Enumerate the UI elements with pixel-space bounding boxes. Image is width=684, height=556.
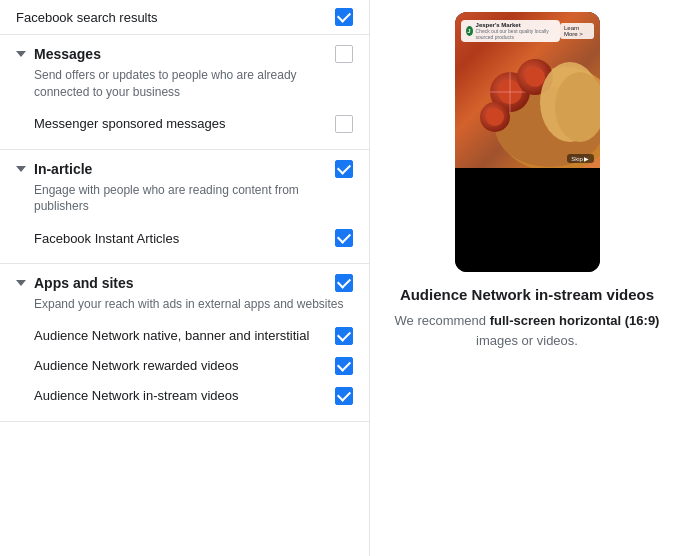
apps-and-sites-section-checkbox[interactable] xyxy=(335,274,353,292)
apps-and-sites-section-header: Apps and sites xyxy=(16,274,353,292)
apps-and-sites-section-title: Apps and sites xyxy=(34,275,134,291)
food-image: J Jesper's Market Check out our best qua… xyxy=(455,12,600,168)
apps-and-sites-section: Apps and sites Expand your reach with ad… xyxy=(0,264,369,422)
apps-and-sites-chevron-icon[interactable] xyxy=(16,280,26,286)
facebook-instant-articles-item: Facebook Instant Articles xyxy=(16,223,353,253)
apps-and-sites-section-header-left: Apps and sites xyxy=(16,275,134,291)
brand-name-preview: Jesper's Market Check out our best quali… xyxy=(476,22,555,40)
messages-section-checkbox[interactable] xyxy=(335,45,353,63)
placement-list: Facebook search results Messages Send of… xyxy=(0,0,370,556)
preview-section-title: Audience Network in-stream videos xyxy=(400,286,654,303)
apps-and-sites-section-desc: Expand your reach with ads in external a… xyxy=(34,296,353,313)
preview-panel: J Jesper's Market Check out our best qua… xyxy=(370,0,684,556)
facebook-instant-articles-label: Facebook Instant Articles xyxy=(34,231,179,246)
in-article-chevron-icon[interactable] xyxy=(16,166,26,172)
messages-section-header-left: Messages xyxy=(16,46,101,62)
preview-desc-end: images or videos. xyxy=(476,333,578,348)
preview-description: We recommend full-screen horizontal (16:… xyxy=(386,311,668,350)
audience-network-instream-label: Audience Network in-stream videos xyxy=(34,388,238,403)
audience-network-instream-item: Audience Network in-stream videos xyxy=(16,381,353,411)
messages-section-title: Messages xyxy=(34,46,101,62)
in-article-section-title: In-article xyxy=(34,161,92,177)
video-black-area xyxy=(455,168,600,272)
audience-network-native-label: Audience Network native, banner and inte… xyxy=(34,328,309,343)
facebook-search-results-checkbox[interactable] xyxy=(335,8,353,26)
facebook-instant-articles-checkbox[interactable] xyxy=(335,229,353,247)
brand-icon: J xyxy=(466,26,473,36)
phone-preview: J Jesper's Market Check out our best qua… xyxy=(455,12,600,272)
audience-network-native-item: Audience Network native, banner and inte… xyxy=(16,321,353,351)
messenger-sponsored-messages-checkbox[interactable] xyxy=(335,115,353,133)
skip-button-preview[interactable]: Skip ▶ xyxy=(567,154,593,163)
learn-more-button-preview[interactable]: Learn More > xyxy=(560,23,594,39)
in-article-section-header-left: In-article xyxy=(16,161,92,177)
audience-network-rewarded-item: Audience Network rewarded videos xyxy=(16,351,353,381)
preview-overlay: J Jesper's Market Check out our best qua… xyxy=(461,20,594,42)
messenger-sponsored-messages-label: Messenger sponsored messages xyxy=(34,116,226,131)
svg-point-10 xyxy=(486,108,504,126)
facebook-search-results-item: Facebook search results xyxy=(0,0,369,35)
in-article-section-checkbox[interactable] xyxy=(335,160,353,178)
messages-chevron-icon[interactable] xyxy=(16,51,26,57)
facebook-search-results-label: Facebook search results xyxy=(16,10,158,25)
messages-section-header: Messages xyxy=(16,45,353,63)
preview-desc-start: We recommend xyxy=(395,313,490,328)
in-article-section-desc: Engage with people who are reading conte… xyxy=(34,182,353,216)
svg-point-8 xyxy=(525,67,545,87)
audience-network-rewarded-label: Audience Network rewarded videos xyxy=(34,358,239,373)
messenger-sponsored-messages-item: Messenger sponsored messages xyxy=(16,109,353,139)
audience-network-rewarded-checkbox[interactable] xyxy=(335,357,353,375)
messages-section: Messages Send offers or updates to peopl… xyxy=(0,35,369,150)
in-article-section: In-article Engage with people who are re… xyxy=(0,150,369,265)
preview-brand-tag: J Jesper's Market Check out our best qua… xyxy=(461,20,561,42)
preview-desc-bold: full-screen horizontal (16:9) xyxy=(490,313,660,328)
in-article-section-header: In-article xyxy=(16,160,353,178)
audience-network-instream-checkbox[interactable] xyxy=(335,387,353,405)
audience-network-native-checkbox[interactable] xyxy=(335,327,353,345)
messages-section-desc: Send offers or updates to people who are… xyxy=(34,67,353,101)
brand-desc-text: Check out our best quality locally sourc… xyxy=(476,28,555,40)
